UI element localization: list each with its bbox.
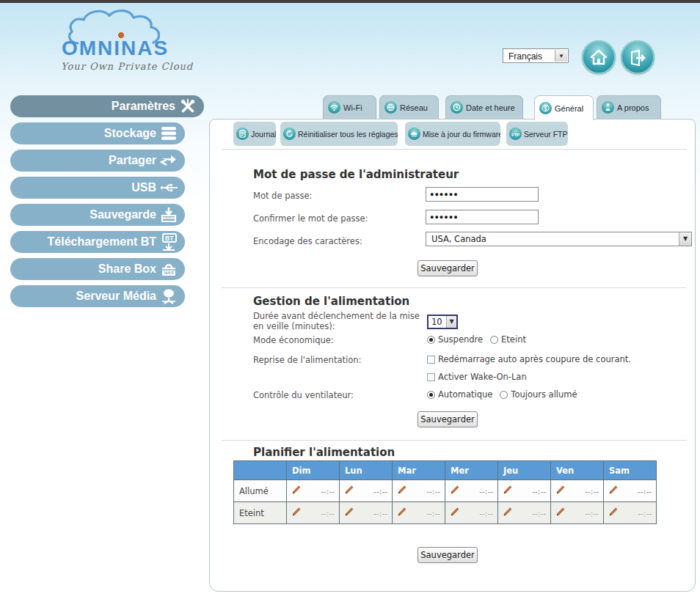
schedule-cell: --:-- [340, 480, 393, 502]
edit-pencil-icon[interactable] [450, 485, 460, 497]
radio-automatique[interactable] [427, 391, 435, 399]
tab-label: Date et heure [466, 103, 515, 112]
power-resume-label: Reprise de l'alimentation: [253, 355, 361, 365]
schedule-cell: --:-- [393, 480, 445, 502]
schedule-day-header: Ven [551, 461, 604, 480]
checkbox-wake-on-lan-label: Activer Wake-On-Lan [438, 372, 527, 382]
schedule-row-label: Allumé [234, 480, 287, 502]
sidebar-item-share-box[interactable]: Share BoxNAS [10, 258, 185, 280]
schedule-corner-cell [234, 461, 287, 480]
schedule-time: --:-- [532, 487, 546, 496]
schedule-section-title: Planifier l'alimentation [253, 446, 395, 459]
brand-dot [118, 32, 124, 38]
tab-date-heure[interactable]: Date et heure [445, 95, 523, 119]
brand-tagline: Your Own Private Cloud [61, 61, 193, 72]
edit-pencil-icon[interactable] [555, 485, 566, 497]
sidebar-item-stockage[interactable]: Stockage [10, 122, 185, 144]
save-schedule-button[interactable]: Sauvegarder [418, 547, 478, 563]
bt-download-icon: BT [160, 233, 178, 251]
schedule-day-header: Lun [340, 461, 393, 480]
fan-control-label: Contrôle du ventilateur: [253, 390, 354, 400]
subtab-journal[interactable]: Journal [233, 122, 276, 146]
radio-suspendre[interactable] [427, 336, 435, 344]
tab-wifi[interactable]: Wi-Fi [323, 95, 376, 119]
sidebar-item-label: Serveur Média [76, 290, 156, 303]
confirm-password-input[interactable]: ●●●●●● [426, 210, 539, 224]
sharebox-icon: NAS [160, 260, 178, 278]
edit-pencil-icon[interactable] [397, 485, 407, 497]
edit-pencil-icon[interactable] [503, 485, 513, 497]
subtab-label: Mise à jour du firmware [423, 130, 500, 139]
power-schedule-table: DimLunMarMerJeuVenSamAllumé--:----:----:… [233, 460, 657, 524]
checkbox-wake-on-lan[interactable] [427, 373, 435, 381]
schedule-time: --:-- [479, 509, 493, 518]
schedule-time: --:-- [373, 509, 387, 518]
save-password-button[interactable]: Sauvegarder [418, 260, 478, 276]
chevron-down-icon[interactable]: ▼ [555, 50, 567, 62]
language-select[interactable]: Français ▼ [503, 48, 569, 63]
chevron-down-icon[interactable]: ▼ [446, 316, 456, 328]
sidebar-item-sauvegarde[interactable]: Sauvegarde [10, 204, 185, 226]
schedule-cell: --:-- [287, 502, 340, 524]
edit-pencil-icon[interactable] [344, 485, 354, 497]
storage-icon [160, 125, 178, 142]
schedule-time: --:-- [321, 487, 335, 496]
edit-pencil-icon[interactable] [503, 507, 513, 519]
tab-a-propos[interactable]: A propos [597, 95, 661, 119]
sidebar-item-label: Partager [109, 154, 156, 167]
eco-mode-options: SuspendreEteint [427, 334, 526, 345]
edit-pencil-icon[interactable] [555, 507, 566, 519]
save-power-button[interactable]: Sauvegarder [418, 411, 478, 427]
encoding-select[interactable]: USA, Canada ▼ [426, 232, 692, 246]
schedule-row-label: Eteint [234, 502, 287, 524]
password-input[interactable]: ●●●●●● [426, 187, 539, 202]
schedule-cell: --:-- [498, 480, 551, 502]
edit-pencil-icon[interactable] [344, 507, 354, 519]
chevron-down-icon[interactable]: ▼ [679, 232, 691, 246]
power-section-title: Gestion de l'alimentation [253, 295, 409, 308]
sidebar-item-t-l-chargement-bt[interactable]: Téléchargement BTBT [10, 231, 185, 253]
confirm-password-label: Confirmer le mot de passe: [253, 213, 368, 224]
schedule-time: --:-- [426, 509, 440, 518]
edit-pencil-icon[interactable] [291, 507, 302, 519]
schedule-day-header: Mar [393, 461, 445, 480]
subtab-serveur-ftp[interactable]: FTPServeur FTP [506, 122, 568, 146]
omninas-logo: OMNINAS Your Own Private Cloud [57, 4, 189, 78]
schedule-cell: --:-- [551, 480, 604, 502]
svg-text:FTP: FTP [511, 133, 519, 137]
edit-pencil-icon[interactable] [450, 507, 460, 519]
tab-reseau[interactable]: Réseau [379, 95, 439, 119]
schedule-cell: --:-- [604, 480, 657, 502]
edit-pencil-icon[interactable] [608, 485, 619, 497]
about-icon [602, 101, 614, 114]
sidebar-item-label: USB [131, 181, 156, 194]
subtab-firmware[interactable]: Mise à jour du firmware [405, 122, 500, 146]
firmware-icon [408, 128, 420, 140]
home-button[interactable] [582, 40, 616, 74]
subtab-reinitialiser[interactable]: Réinitialiser tous les réglages [280, 122, 398, 146]
sidebar-item-serveur-m-dia[interactable]: Serveur Média [10, 285, 185, 307]
logout-button[interactable] [621, 40, 655, 74]
sidebar-item-partager[interactable]: Partager [10, 150, 185, 172]
radio-toujours-allume[interactable] [500, 391, 508, 399]
edit-pencil-icon[interactable] [608, 507, 619, 519]
edit-pencil-icon[interactable] [291, 485, 302, 497]
schedule-day-header: Sam [604, 461, 657, 480]
checkbox-restart-auto[interactable] [427, 356, 435, 364]
tab-general[interactable]: Général [534, 95, 594, 120]
schedule-time: --:-- [638, 509, 652, 518]
resume-checkbox-row2: Activer Wake-On-Lan [427, 372, 527, 382]
sidebar-item-param-tres[interactable]: Paramètres [10, 95, 204, 117]
sleep-delay-select[interactable]: 10 ▼ [427, 315, 458, 329]
schedule-cell: --:-- [604, 502, 657, 524]
sidebar: ParamètresStockagePartagerUSBSauvegardeT… [10, 95, 208, 312]
schedule-cell: --:-- [340, 502, 393, 524]
radio-eteint[interactable] [490, 336, 498, 344]
sidebar-item-usb[interactable]: USB [10, 177, 185, 199]
subtab-separator [222, 149, 687, 150]
schedule-time: --:-- [585, 487, 599, 496]
subtab-label: Journal [251, 130, 276, 139]
edit-pencil-icon[interactable] [397, 507, 407, 519]
sidebar-item-label: Sauvegarde [90, 208, 156, 221]
tab-label: Wi-Fi [343, 103, 362, 112]
